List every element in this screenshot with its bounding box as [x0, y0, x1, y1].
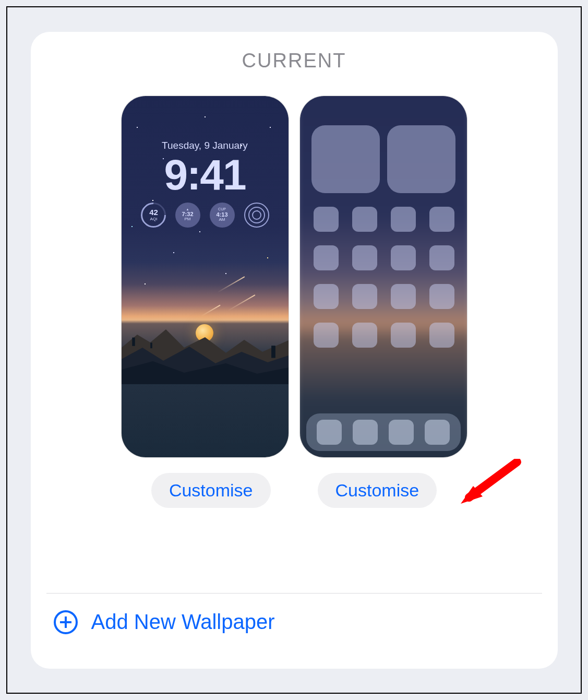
- app-icon: [429, 245, 454, 270]
- plus-circle-icon: [54, 610, 78, 634]
- app-icon: [314, 284, 339, 309]
- clock2-period: AM: [219, 218, 225, 222]
- app-icon: [391, 284, 416, 309]
- outer-frame: CURRENT Tuesday, 9 January 9:4: [6, 6, 582, 694]
- home-widgets: [311, 125, 455, 193]
- home-widget: [387, 125, 455, 193]
- aqi-widget: 42 AQI: [136, 197, 171, 233]
- clock-icon: ▲: [186, 208, 189, 211]
- tree: [125, 316, 141, 346]
- dock-app-icon: [425, 420, 450, 445]
- clock2-label: CUP: [218, 207, 226, 211]
- activity-rings-widget: [244, 203, 269, 228]
- app-icon: [314, 245, 339, 270]
- aqi-label: AQI: [150, 217, 157, 221]
- app-icon: [352, 207, 377, 232]
- lock-screen-preview[interactable]: Tuesday, 9 January 9:41 42 AQI ▲ 7:32 PM: [122, 96, 289, 457]
- app-grid: [314, 207, 453, 348]
- add-new-wallpaper-button[interactable]: Add New Wallpaper: [54, 610, 275, 634]
- app-icon: [352, 245, 377, 270]
- lock-widget-row: 42 AQI ▲ 7:32 PM CUP 4:13 AM: [122, 203, 289, 228]
- section-header-current: CURRENT: [57, 50, 532, 72]
- wallpaper-settings-card: CURRENT Tuesday, 9 January 9:4: [31, 32, 558, 669]
- lock-date: Tuesday, 9 January: [122, 140, 289, 151]
- app-icon: [314, 207, 339, 232]
- app-icon: [429, 207, 454, 232]
- dock-app-icon: [389, 420, 414, 445]
- customise-lock-button[interactable]: Customise: [151, 473, 271, 508]
- customise-buttons-row: Customise Customise: [57, 473, 532, 508]
- app-icon: [352, 323, 377, 348]
- tree: [146, 328, 156, 348]
- app-icon: [429, 323, 454, 348]
- add-wallpaper-label: Add New Wallpaper: [91, 610, 275, 634]
- dock-app-icon: [317, 420, 342, 445]
- dock: [306, 413, 461, 451]
- aqi-value: 42: [149, 208, 158, 217]
- wallpaper-previews: Tuesday, 9 January 9:41 42 AQI ▲ 7:32 PM: [57, 96, 532, 457]
- lock-time: 9:41: [122, 150, 289, 199]
- home-widget: [311, 125, 380, 193]
- app-icon: [391, 245, 416, 270]
- world-clock-widget-2: CUP 4:13 AM: [210, 203, 235, 228]
- app-icon: [314, 323, 339, 348]
- app-icon: [391, 207, 416, 232]
- divider: [46, 593, 542, 594]
- sun: [196, 324, 213, 342]
- clock1-period: PM: [185, 217, 191, 222]
- app-icon: [352, 284, 377, 309]
- world-clock-widget-1: ▲ 7:32 PM: [175, 203, 200, 228]
- dock-app-icon: [353, 420, 378, 445]
- app-icon: [391, 323, 416, 348]
- app-icon: [429, 284, 454, 309]
- customise-home-button[interactable]: Customise: [318, 473, 437, 508]
- tree: [261, 314, 284, 358]
- home-overlay: [300, 96, 467, 457]
- home-screen-preview[interactable]: [300, 96, 467, 457]
